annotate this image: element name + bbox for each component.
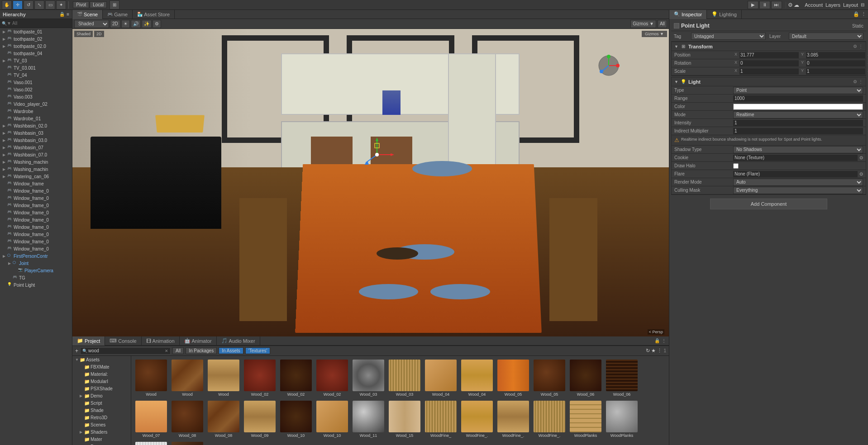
transform-overflow-icon[interactable]: ⋮ — [858, 44, 863, 49]
list-item[interactable]: 🎮Window_frame_0 — [0, 187, 72, 194]
lighting-tab[interactable]: 💡 Lighting — [707, 10, 742, 19]
ps-item-material[interactable]: 📁Material: — [72, 370, 131, 378]
inspector-lock-icon[interactable]: 🔒 — [853, 11, 859, 17]
asset-item-wood05a[interactable]: Wood_05 — [496, 359, 530, 398]
search-filter-icon[interactable]: ★ — [651, 348, 656, 354]
list-item[interactable]: 🎮Window_frame_0 — [0, 209, 72, 216]
hierarchy-lock-icon[interactable]: 🔒 — [59, 12, 65, 17]
layer-select[interactable]: Default — [789, 33, 863, 40]
object-active-checkbox[interactable] — [674, 23, 679, 28]
add-component-button[interactable]: Add Component — [710, 199, 827, 209]
rotate-tool-btn[interactable]: ↺ — [24, 0, 33, 9]
asset-item-wood3[interactable]: Wood — [206, 359, 241, 398]
viewport[interactable]: < Persp Shaded 2D Gizmos ▼ — [72, 29, 669, 336]
transform-settings-icon[interactable]: ⚙ — [853, 44, 857, 49]
gizmos-corner-btn[interactable]: Gizmos ▼ — [642, 31, 667, 37]
ps-item-fbxmate[interactable]: 📁FBXMate — [72, 363, 131, 370]
gizmos-btn[interactable]: Gizmos ▼ — [630, 20, 656, 28]
light-settings-icon[interactable]: ⚙ — [853, 79, 857, 84]
asset-item-wood06b[interactable]: Wood_06 — [605, 359, 639, 398]
list-item[interactable]: 🎮toothpaste_04 — [0, 50, 72, 57]
refresh-icon[interactable]: ↻ — [646, 348, 650, 354]
asset-item-woodplanks1[interactable]: WoodPlanks — [568, 400, 603, 439]
list-item[interactable]: 🎮TV_04 — [0, 71, 72, 79]
light-header[interactable]: ▼ 💡 Light ⚙ ⋮ — [672, 77, 866, 86]
ps-item-mater[interactable]: 📁Mater — [72, 436, 131, 443]
lighting-btn[interactable]: ☀ — [121, 20, 130, 28]
asset-item-wood07[interactable]: Wood_07 — [134, 400, 168, 439]
animator-tab[interactable]: 🤖 Animator — [180, 336, 217, 346]
panel-lock-icon[interactable]: 🔒 — [654, 338, 660, 343]
list-item[interactable]: 🎮Window_frame_0 — [0, 238, 72, 245]
ps-item-shaders[interactable]: ▶📁Shaders — [72, 428, 131, 436]
list-item[interactable]: 🎮Vaso.003 — [0, 93, 72, 100]
list-item-firstperson[interactable]: ▶⬡FirstPersonContr — [0, 252, 72, 260]
game-tab[interactable]: 🎮 Game — [103, 10, 133, 19]
filter-in-packages-btn[interactable]: In Packages — [186, 347, 217, 354]
asset-item-wood02b[interactable]: Wood_02 — [279, 359, 313, 398]
account-tab[interactable]: Account — [805, 2, 823, 8]
list-item-joint[interactable]: ▶⬡Joint — [0, 260, 72, 267]
list-item[interactable]: ▶🎮Washing_machin — [0, 166, 72, 173]
asset-item-wood2[interactable]: Wood — [170, 359, 205, 398]
inspector-tab[interactable]: 🔍 Inspector — [669, 10, 707, 19]
asset-item-woodplank4[interactable]: WoodPlank. — [170, 441, 205, 445]
ps-item-shade[interactable]: 📁Shade — [72, 407, 131, 414]
transform-header[interactable]: ▼ ⊞ Transform ⚙ ⋮ — [672, 42, 866, 51]
list-item[interactable]: 🎮TV_03.001 — [0, 64, 72, 71]
layout-tab[interactable]: Layout — [843, 2, 858, 8]
list-item[interactable]: 🎮Window_frame_0 — [0, 216, 72, 223]
indirect-mult-input[interactable] — [733, 128, 863, 134]
rect-tool-btn[interactable]: ▭ — [45, 0, 55, 9]
list-item[interactable]: 🎮Wardrobe_01 — [0, 115, 72, 122]
list-item[interactable]: 🎮Window_frame_0 — [0, 231, 72, 238]
play-btn[interactable]: ▶ — [748, 1, 758, 9]
asset-item-wood03b[interactable]: Wood_03 — [387, 359, 422, 398]
asset-item-wood08a[interactable]: Wood_08 — [170, 400, 205, 439]
list-item[interactable]: 🎮Wardrobe — [0, 108, 72, 115]
all-btn[interactable]: All — [658, 20, 667, 28]
asset-item-wood05b[interactable]: Wood_05 — [532, 359, 567, 398]
effects-btn[interactable]: ✨ — [142, 20, 152, 28]
hierarchy-menu-icon[interactable]: ≡ — [67, 12, 69, 17]
audio-mixer-tab[interactable]: 🎵 Audio Mixer — [217, 336, 260, 346]
maximize-icon[interactable]: ⊟ — [861, 2, 864, 7]
render-mode-select[interactable]: Auto Important Not Important — [733, 179, 863, 186]
ps-item-retro3d[interactable]: 📁Retro3D — [72, 414, 131, 421]
inspector-menu-icon[interactable]: ⋮ — [861, 11, 866, 17]
asset-store-tab[interactable]: 🏪 Asset Store — [133, 10, 175, 19]
list-item[interactable]: 🎮Window_frame_0 — [0, 202, 72, 209]
position-y-input[interactable] — [806, 52, 865, 58]
layers-tab[interactable]: Layers — [825, 2, 840, 8]
ps-item-assets[interactable]: ▼📁Assets — [72, 356, 131, 363]
filter-in-assets-btn[interactable]: In Assets — [219, 347, 243, 354]
light-type-select[interactable]: Point Directional Spot — [733, 87, 863, 94]
range-input[interactable] — [733, 95, 863, 102]
asset-item-wood04a[interactable]: Wood_04 — [424, 359, 458, 398]
list-item[interactable]: ▶🎮TV_03 — [0, 57, 72, 64]
ps-item-modular[interactable]: 📁ModularI — [72, 378, 131, 385]
cookie-selector-icon[interactable]: ⊙ — [859, 155, 863, 160]
list-item[interactable]: ▶🎮Washbasin_07 — [0, 144, 72, 151]
hierarchy-search-input[interactable] — [7, 21, 70, 26]
console-tab[interactable]: ⌨ Console — [105, 336, 141, 346]
asset-item-woodfine4[interactable]: WoodFine_. — [532, 400, 567, 439]
asset-item-wood08b[interactable]: Wood_08 — [206, 400, 241, 439]
ps-item-psxshade[interactable]: 📁PSXShade — [72, 385, 131, 392]
mode-select[interactable]: Realtime Baked Mixed — [733, 111, 863, 118]
draw-halo-checkbox[interactable] — [733, 163, 739, 169]
project-tab[interactable]: 📁 Project — [72, 336, 105, 346]
asset-item-wood10b[interactable]: Wood_10 — [315, 400, 349, 439]
step-btn[interactable]: ⏭ — [771, 1, 782, 9]
panel-menu-icon[interactable]: ⋮ — [662, 338, 666, 343]
asset-item-woodplanks3[interactable]: WoodPlanks — [134, 441, 168, 445]
cookie-input[interactable] — [733, 155, 858, 161]
animation-tab[interactable]: 🎞 Animation — [142, 336, 180, 346]
cloud-icon[interactable]: ☁ — [794, 2, 799, 8]
local-btn[interactable]: Local — [90, 1, 107, 8]
hand-tool-btn[interactable]: ✋ — [2, 0, 12, 9]
scene-tab[interactable]: 🎬 Scene — [72, 10, 103, 19]
rotation-y-input[interactable] — [806, 60, 865, 66]
list-item-playercamera[interactable]: 📷PlayerCamera — [0, 267, 72, 274]
pivot-btn[interactable]: Pivot — [73, 1, 89, 8]
